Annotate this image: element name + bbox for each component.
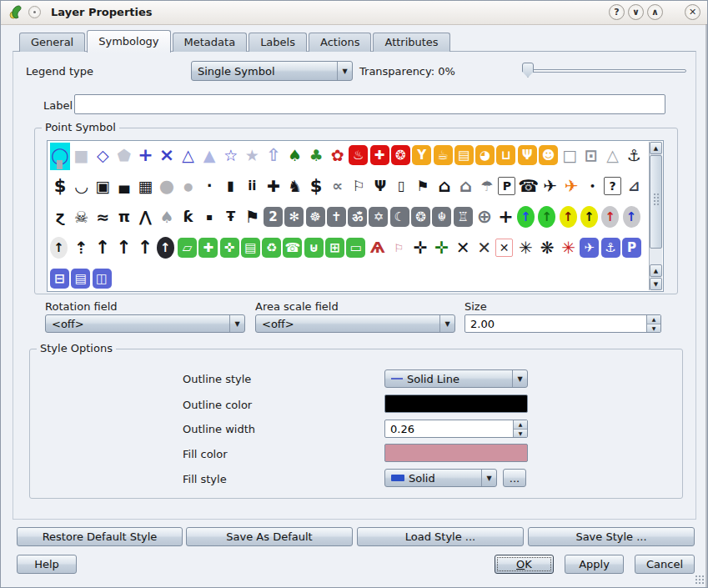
symbol-question[interactable]: ? <box>604 177 621 195</box>
symbol-cross[interactable]: + <box>135 143 155 168</box>
symbol-anchor[interactable]: ⚓ <box>624 143 644 168</box>
symbol-south-arrow[interactable]: ↑ <box>135 235 155 260</box>
symbol-circle[interactable]: ◯ <box>50 143 70 170</box>
titlebar[interactable]: Layer Properties ?∨∧✕ <box>1 1 707 25</box>
tab-actions[interactable]: Actions <box>309 33 372 52</box>
transparency-slider-track[interactable] <box>525 69 686 73</box>
symbol-cafe[interactable]: ☕ <box>434 145 453 165</box>
symbol-gray-tree[interactable]: ♠ <box>157 204 177 229</box>
symbol-arrow-gray-red[interactable]: ↑ <box>601 206 619 228</box>
symbol-pine-tree[interactable]: ♠ <box>285 143 305 168</box>
spin-up-icon[interactable]: ▲ <box>514 420 527 430</box>
symbol-star-marker-red[interactable]: ✳ <box>559 235 579 260</box>
symbol-x-box[interactable]: ✕ <box>495 239 513 257</box>
symbol-first-aid[interactable]: ✚ <box>370 145 389 165</box>
tab-metadata[interactable]: Metadata <box>173 33 248 52</box>
symbol-north-arrow-2[interactable]: ↑ <box>113 235 133 260</box>
symbol-list[interactable]: ◯■◇⬟+×△▲☆★⇧♠♣✿♨✚❂Y☕▤◕⊔Ψ☻□⊡△⚓$◡▣▄▦●●·▮ii✚… <box>47 140 664 292</box>
symbol-house[interactable]: ⌂ <box>455 173 475 199</box>
symbol-community[interactable]: ❂ <box>411 207 430 227</box>
symbol-transport-parking[interactable]: P <box>622 238 641 258</box>
symbol-bar[interactable]: Y <box>412 145 431 165</box>
symbol-ticket[interactable]: ▱ <box>178 238 197 258</box>
symbol-square[interactable]: ■ <box>72 143 92 168</box>
symbol-religion-jewish[interactable]: ✡ <box>369 207 388 227</box>
label-input[interactable] <box>74 94 665 114</box>
tab-symbology[interactable]: Symbology <box>87 30 170 53</box>
outline-width-spinbox[interactable]: 0.26 ▲▼ <box>384 420 528 438</box>
symbol-car[interactable]: ▄ <box>114 173 134 199</box>
symbol-fish[interactable]: ∝ <box>328 173 348 199</box>
symbol-religion-sikh[interactable]: ☬ <box>432 207 451 227</box>
symbol-cinema[interactable]: ▤ <box>454 145 474 165</box>
scrollbar-thumb[interactable] <box>650 155 662 249</box>
symbol-swimmer[interactable]: ≈ <box>93 204 113 229</box>
symbol-deciduous-tree[interactable]: ♣ <box>306 143 326 168</box>
symbol-bank[interactable]: $ <box>50 173 70 199</box>
symbol-transport-plane[interactable]: ✈ <box>580 238 599 258</box>
outline-color-button[interactable] <box>384 395 528 413</box>
symbol-arrow-yellow-black[interactable]: ↑ <box>580 206 598 228</box>
symbol-cross-marker-green[interactable]: ✛ <box>431 235 451 260</box>
symbol-transport-bus[interactable]: ⊟ <box>50 269 69 289</box>
symbol-money[interactable]: ▤ <box>241 238 260 258</box>
symbol-boat[interactable]: ◡ <box>72 173 92 199</box>
symbol-religion-muslim[interactable]: ☾ <box>390 207 409 227</box>
shade-button[interactable]: ∨ <box>628 4 644 20</box>
symbol-restaurant-black[interactable]: Ψ <box>370 173 390 199</box>
maximize-button[interactable]: ∧ <box>647 4 663 20</box>
fill-style-dropdown[interactable]: Solid ▼ <box>384 469 497 487</box>
symbol-thin-cross[interactable]: + <box>496 204 516 229</box>
symbol-phone-green[interactable]: ☎ <box>283 238 302 258</box>
spin-down-icon[interactable]: ▼ <box>514 430 527 438</box>
save-as-default-button[interactable]: Save As Default <box>186 527 353 546</box>
symbol-summit-flag[interactable]: ⚐ <box>389 235 409 260</box>
symbol-star-marker[interactable]: ✳ <box>516 235 536 260</box>
restore-default-style-button[interactable]: Restore Default Style <box>17 527 183 546</box>
symbol-skier[interactable]: ɀ <box>50 204 70 229</box>
symbol-picnic[interactable]: π <box>114 204 134 229</box>
symbol-pizzaria[interactable]: ◕ <box>475 145 495 165</box>
symbol-airfield[interactable]: ✈ <box>561 173 581 199</box>
symbol-house-outline[interactable]: ⌂ <box>434 173 454 199</box>
tab-general[interactable]: General <box>19 33 85 52</box>
symbol-telephone[interactable]: ☎ <box>519 173 539 199</box>
symbol-marina[interactable]: ⚑ <box>413 173 433 199</box>
symbol-pharmacy[interactable]: ✜ <box>220 238 239 258</box>
symbol-airport[interactable]: ✈ <box>540 173 560 199</box>
symbol-recycle[interactable]: ♻ <box>262 238 281 258</box>
symbol-flag[interactable]: ⚑ <box>242 204 262 229</box>
symbol-pentagon[interactable]: ⬟ <box>114 143 134 168</box>
tab-attributes[interactable]: Attributes <box>373 33 449 52</box>
symbol-city[interactable]: ▦ <box>135 173 155 199</box>
tab-labels[interactable]: Labels <box>249 33 307 52</box>
area-scale-field-dropdown[interactable]: <off> ▼ <box>255 314 455 333</box>
symbol-x-marker-2[interactable]: ✕ <box>475 235 495 260</box>
symbol-gray-triangle[interactable]: △ <box>602 143 622 168</box>
fill-style-more-button[interactable]: ... <box>503 469 526 487</box>
symbol-flower[interactable]: ✿ <box>328 143 348 168</box>
symbol-small-square[interactable]: ▪ <box>199 204 219 229</box>
symbol-arrow-up[interactable]: ⇧ <box>264 143 284 168</box>
symbol-fuel[interactable]: ▯ <box>392 173 412 199</box>
symbol-entertainment[interactable]: ☻ <box>539 145 558 165</box>
symbol-cross-x[interactable]: × <box>157 143 177 168</box>
symbol-arrow-green-blue[interactable]: ↑ <box>517 206 535 228</box>
symbol-transport-coach[interactable]: ▤ <box>71 269 90 289</box>
symbol-empty-square[interactable]: □ <box>560 143 580 168</box>
symbol-religion-jain[interactable]: 2 <box>264 207 283 227</box>
symbol-arrow-ellipse-black[interactable]: ↑ <box>50 237 68 259</box>
save-style-button[interactable]: Save Style ... <box>528 527 695 546</box>
symbol-pub[interactable]: ⊔ <box>496 145 515 165</box>
symbol-religion-hindu[interactable]: ॐ <box>348 207 367 227</box>
symbol-supermarket[interactable]: ⊞ <box>325 238 344 258</box>
size-spinbox[interactable]: 2.00 ▲▼ <box>464 314 661 333</box>
scroll-down-icon[interactable]: ▼ <box>650 278 662 290</box>
symbol-restaurant[interactable]: Ψ <box>518 145 537 165</box>
symbol-compass[interactable]: ⊕ <box>475 204 495 229</box>
symbol-star-marker-2[interactable]: ❋ <box>537 235 557 260</box>
ok-button[interactable]: OK <box>495 555 554 574</box>
legend-type-dropdown[interactable]: Single Symbol ▼ <box>191 61 353 81</box>
spin-down-icon[interactable]: ▼ <box>647 324 660 333</box>
symbol-ellipse-large[interactable]: ● <box>157 173 177 199</box>
